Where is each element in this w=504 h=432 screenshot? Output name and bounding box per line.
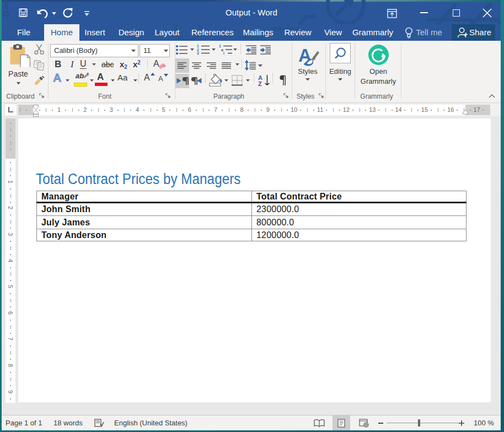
svg-text:Z: Z xyxy=(258,80,262,87)
svg-text:3: 3 xyxy=(197,51,199,55)
svg-text:i: i xyxy=(223,51,224,55)
